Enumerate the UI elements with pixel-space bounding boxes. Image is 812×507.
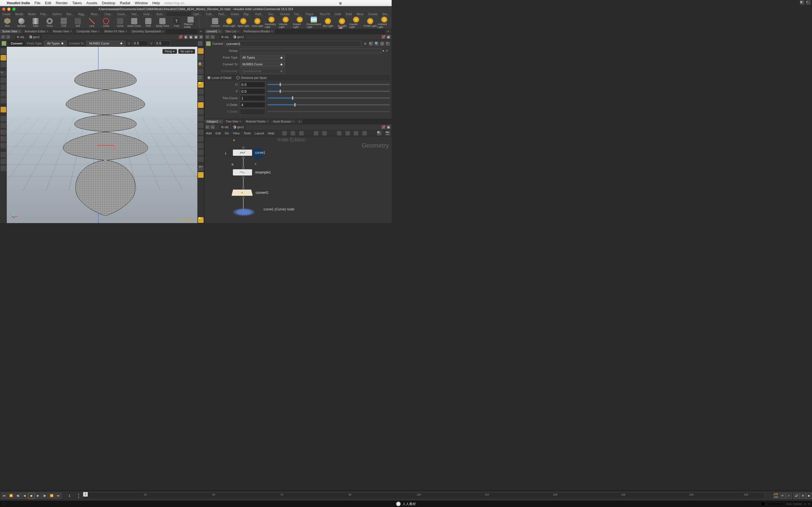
window-close-icon[interactable] <box>2 8 5 11</box>
tab-add-icon[interactable]: + <box>198 29 204 34</box>
display-options-icon[interactable] <box>198 48 204 54</box>
snap-multi-icon[interactable]: ∩ <box>1 143 6 149</box>
node-convert1[interactable]: ✦ convert1 <box>232 189 269 196</box>
shelf-tab-deform[interactable]: Deform <box>50 12 64 16</box>
netmenu-layout[interactable]: Layout <box>255 131 264 135</box>
slider-trim[interactable] <box>267 98 390 99</box>
dropdown-convertto[interactable]: NURBS Curve◆ <box>240 62 285 67</box>
tab-animation-editor[interactable]: Animation Editor× <box>22 29 50 34</box>
tool-line[interactable]: Line <box>85 17 99 29</box>
tool-camera[interactable]: Camera <box>208 17 222 29</box>
tab-add-icon[interactable]: + <box>297 119 303 124</box>
shelf-tab-viscous[interactable]: Visc... <box>266 12 278 16</box>
ghost-icon[interactable]: ▣ <box>194 35 198 39</box>
bg-image-icon[interactable] <box>198 150 204 155</box>
param-settings-icon[interactable] <box>198 41 202 46</box>
menu-render[interactable]: Render <box>56 1 68 5</box>
snap-prim-icon[interactable]: ∩ <box>1 136 6 142</box>
render-region-icon[interactable] <box>1 152 6 158</box>
dropdown-from-type[interactable]: All Types◆ <box>44 41 66 46</box>
radio-divs[interactable]: Divisions per Span <box>236 76 267 79</box>
tool-null[interactable]: Null <box>71 17 85 29</box>
pointer-icon[interactable]: ↖ <box>1 71 6 76</box>
tool-distant-light[interactable]: Distant Light <box>293 17 306 29</box>
slider-v[interactable] <box>267 91 390 92</box>
tool-box[interactable]: Box <box>1 17 14 29</box>
shelf-tab-model[interactable]: Model <box>26 12 38 16</box>
flipbook-icon[interactable] <box>1 159 6 164</box>
pin-icon[interactable]: 📌 <box>382 35 386 39</box>
view-tool-icon[interactable] <box>1 48 6 54</box>
snap-curve-icon[interactable] <box>1 122 6 128</box>
box-display-icon[interactable]: ▣ <box>189 35 193 39</box>
point-num-icon[interactable] <box>198 143 204 149</box>
netmenu-help[interactable]: Help <box>268 131 274 135</box>
breadcrumb-obj[interactable]: ⧉obj <box>220 35 231 39</box>
select-group-icon[interactable]: ↗ <box>386 49 390 53</box>
input-param-v[interactable] <box>240 89 265 94</box>
select-tool-icon[interactable] <box>1 55 6 61</box>
lock-icon[interactable]: 🔒 <box>198 62 204 67</box>
dropdown-fromtype[interactable]: All Types◆ <box>240 55 285 60</box>
xray-icon[interactable] <box>198 96 204 101</box>
shelf-tab-muscles[interactable]: Musc... <box>89 12 102 16</box>
sticky-icon[interactable] <box>337 131 342 135</box>
wrench-icon[interactable] <box>282 131 287 135</box>
visualizer-icon[interactable] <box>198 156 204 162</box>
tool-volume-light[interactable]: Volume Light <box>279 17 292 29</box>
shelf-tab-guide1[interactable]: Guid... <box>141 12 153 16</box>
search-icon[interactable]: 🔍 <box>375 42 378 46</box>
tool-env-light[interactable]: Environment Light <box>307 17 320 29</box>
tool-gi-light[interactable]: GI Light <box>335 17 349 29</box>
shelf-tab-characters[interactable]: Char... <box>102 12 114 16</box>
shelf-tab-drive[interactable]: Driv... <box>380 12 391 16</box>
handle-icon[interactable] <box>1 107 6 112</box>
grid2-icon[interactable] <box>322 131 327 135</box>
link-icon[interactable]: ◉ <box>387 35 391 39</box>
input-param-u[interactable] <box>240 82 265 88</box>
tab-motion-fx[interactable]: Motion FX View× <box>102 29 130 34</box>
pin-icon[interactable]: 📌 <box>179 35 183 39</box>
breadcrumb-geo1[interactable]: geo1 <box>27 35 42 39</box>
tool-curve[interactable]: Curve <box>113 17 127 29</box>
window-minimize-icon[interactable] <box>7 8 10 11</box>
nav-fwd-icon[interactable]: → <box>6 35 10 39</box>
point-display-icon[interactable] <box>198 116 204 121</box>
hq-lighting-icon[interactable] <box>198 89 204 94</box>
menu-help[interactable]: Help <box>152 1 160 5</box>
network-editor[interactable]: Indie Edition Geometry ▼ i curve1 ❄ ▲ re… <box>204 136 392 223</box>
help-icon[interactable]: ? <box>386 42 390 46</box>
tool-font[interactable]: TFont <box>170 17 183 29</box>
tool-caustic-light[interactable]: Caustic Light <box>349 17 363 29</box>
shelf-tab-lights[interactable]: Light... <box>191 12 203 16</box>
menu-desktop[interactable]: Desktop <box>102 1 115 5</box>
tool-point-light[interactable]: Point Light <box>222 17 236 29</box>
dropdown-arrow-icon[interactable]: ▾ <box>382 49 386 53</box>
tab-scene-view[interactable]: Scene View× <box>0 29 22 34</box>
tab-take-list[interactable]: Take List× <box>223 29 241 34</box>
breadcrumb-geo1[interactable]: geo1 <box>231 125 246 129</box>
menu-takes[interactable]: Takes <box>72 1 82 5</box>
list-icon[interactable] <box>291 131 295 135</box>
tool-circle[interactable]: Circle <box>99 17 113 29</box>
breadcrumb-geo1[interactable]: geo1 <box>231 35 246 39</box>
scale-icon[interactable] <box>1 91 6 97</box>
tab-render-view[interactable]: Render View× <box>51 29 74 34</box>
netmenu-tools[interactable]: Tools <box>244 131 251 135</box>
nav-fwd-icon[interactable]: → <box>211 35 214 39</box>
uv-display-icon[interactable] <box>198 129 204 135</box>
viewport[interactable]: Persp ▾ No cam ▾ <box>7 47 197 223</box>
shelf-tab-pyro[interactable]: Pyro FX <box>318 12 332 16</box>
tool-platonic[interactable]: Platonic Solids <box>184 17 197 29</box>
group-input[interactable] <box>240 48 382 53</box>
pin-icon[interactable]: 📌 <box>382 125 386 129</box>
gear-icon[interactable]: ✲ <box>363 41 367 46</box>
close-icon[interactable]: × <box>18 30 20 33</box>
menu-window[interactable]: Window <box>135 1 148 5</box>
breadcrumb-obj[interactable]: ⧉obj <box>220 125 231 129</box>
wire-over-icon[interactable] <box>198 109 204 115</box>
shelf-tab-collisions[interactable]: Colli... <box>204 12 216 16</box>
tool-tube[interactable]: Tube <box>29 17 42 29</box>
snap-grid-icon[interactable] <box>1 116 6 121</box>
shelf-tab-rigging[interactable]: Rigg... <box>76 12 88 16</box>
